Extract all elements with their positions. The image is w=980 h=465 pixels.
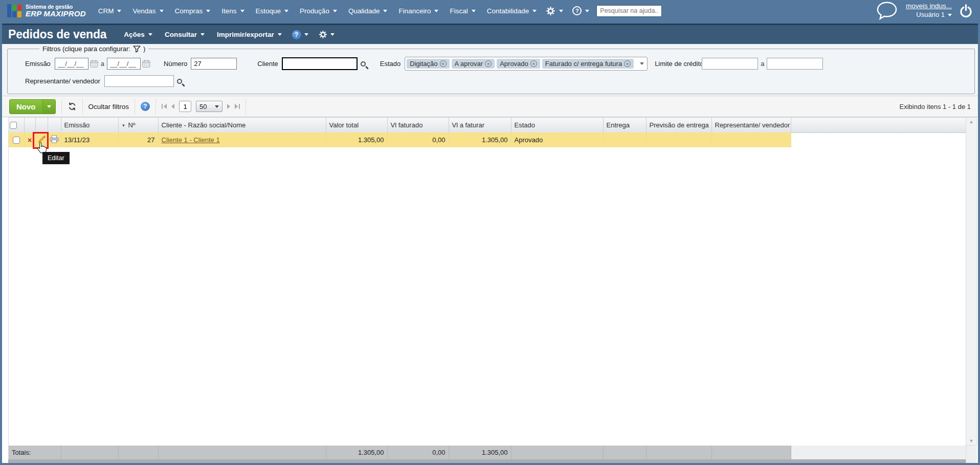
limite-from-input[interactable]	[702, 58, 758, 70]
vertical-scrollbar[interactable]: ▲ ▼	[966, 117, 977, 446]
col-previsao[interactable]: Previsão de entrega	[646, 117, 711, 132]
range-separator: a	[101, 60, 104, 68]
remove-tag-icon[interactable]: ×	[624, 60, 631, 67]
cell-entrega	[603, 132, 646, 147]
cliente-input[interactable]	[282, 57, 358, 70]
menu-consultar[interactable]: Consultar	[165, 31, 205, 38]
chevron-down-icon	[472, 10, 476, 12]
col-vl-faturado[interactable]: Vl faturado	[387, 117, 449, 132]
menu-producao[interactable]: Produção	[300, 7, 337, 15]
scroll-down-icon[interactable]: ▼	[969, 438, 974, 444]
numero-input[interactable]	[191, 58, 237, 70]
estado-tag[interactable]: A aprovar×	[452, 59, 495, 69]
search-icon[interactable]	[361, 61, 366, 67]
col-emissao[interactable]: Emissão	[61, 117, 118, 132]
last-page-button[interactable]	[235, 104, 240, 109]
calendar-icon[interactable]	[142, 60, 150, 68]
estado-tag[interactable]: Faturado c/ entrega futura×	[542, 59, 634, 69]
logout-icon[interactable]	[959, 4, 973, 18]
chat-icon[interactable]	[876, 1, 898, 20]
cliente-link[interactable]: Cliente 1 - Cliente 1	[162, 136, 220, 144]
menu-acoes[interactable]: Ações	[124, 31, 152, 38]
calendar-icon[interactable]	[90, 60, 98, 68]
menu-label: Estoque	[256, 7, 281, 15]
filters-legend[interactable]: Filtros (clique para configurar: )	[39, 45, 148, 53]
page-size-select[interactable]: 50	[196, 101, 222, 112]
estado-tag[interactable]: Digitação×	[407, 59, 449, 69]
refresh-icon[interactable]	[68, 102, 77, 111]
menu-imprimir-exportar[interactable]: Imprimir/exportar	[217, 31, 282, 38]
help-menu[interactable]: ?	[572, 6, 589, 15]
menu-estoque[interactable]: Estoque	[256, 7, 289, 15]
company-link[interactable]: moveis indus...	[906, 2, 952, 11]
page-menu: Ações Consultar Imprimir/exportar	[124, 31, 281, 38]
page-settings-menu[interactable]	[319, 30, 335, 39]
delete-icon[interactable]: ×	[28, 136, 32, 144]
first-page-button[interactable]	[162, 104, 167, 109]
page-help-menu[interactable]: ?	[292, 30, 308, 39]
col-vl-a-faturar[interactable]: Vl a faturar	[449, 117, 511, 132]
chevron-down-icon[interactable]	[640, 62, 644, 65]
menu-fiscal[interactable]: Fiscal	[450, 7, 475, 15]
user-menu[interactable]: Usuário 1	[916, 11, 952, 19]
novo-dropdown[interactable]	[42, 100, 55, 114]
chevron-down-icon	[201, 33, 205, 36]
cell-vl-faturado: 0,00	[387, 132, 449, 147]
novo-button-label: Novo	[10, 100, 42, 114]
chevron-down-icon	[333, 10, 337, 12]
help-search-input[interactable]	[596, 5, 662, 17]
filters-panel: Filtros (clique para configurar: ) Emiss…	[2, 44, 978, 96]
page-content: Pedidos de venda Ações Consultar Imprimi…	[2, 24, 978, 463]
title-bar: Pedidos de venda Ações Consultar Imprimi…	[2, 24, 978, 44]
remove-tag-icon[interactable]: ×	[530, 60, 537, 67]
menu-contabilidade[interactable]: Contabilidade	[487, 7, 537, 15]
table-row[interactable]: × 13/11/23 27 Cliente 1 - Cliente 1 1.30…	[9, 132, 791, 147]
emissao-from-input[interactable]	[55, 58, 88, 70]
filters-fieldset: Filtros (clique para configurar: ) Emiss…	[7, 45, 975, 94]
remove-tag-icon[interactable]: ×	[485, 60, 492, 67]
chevron-down-icon	[148, 33, 152, 36]
menu-label: Qualidade	[348, 7, 380, 15]
filters-row-2: Representante/ vendedor	[25, 75, 970, 87]
menu-compras[interactable]: Compras	[175, 7, 211, 15]
col-entrega[interactable]: Entrega	[603, 117, 646, 132]
grid-toolbar: Novo Ocultar filtros ? 50 Exibindo itens…	[2, 96, 978, 117]
page-title: Pedidos de venda	[8, 28, 106, 41]
row-checkbox[interactable]	[13, 137, 20, 144]
help-icon[interactable]: ?	[141, 102, 150, 111]
print-icon[interactable]	[50, 135, 59, 143]
estado-tag[interactable]: Aprovado×	[497, 59, 540, 69]
menu-qualidade[interactable]: Qualidade	[348, 7, 388, 15]
app-logo[interactable]: Sistema de gestão ERP MAXIPROD	[7, 4, 86, 18]
novo-button[interactable]: Novo	[9, 99, 56, 114]
select-all-checkbox[interactable]	[10, 122, 17, 129]
ocultar-filtros-button[interactable]: Ocultar filtros	[88, 103, 129, 110]
emissao-to-input[interactable]	[107, 58, 141, 70]
scrollbar-corner	[966, 446, 977, 463]
col-estado[interactable]: Estado	[511, 117, 603, 132]
menu-crm[interactable]: CRM	[98, 7, 122, 15]
menu-vendas[interactable]: Vendas	[132, 7, 163, 15]
scroll-up-icon[interactable]: ▲	[969, 119, 974, 124]
menu-itens[interactable]: Itens	[221, 7, 244, 15]
triangle-right-icon	[235, 104, 238, 109]
prev-page-button[interactable]	[171, 104, 174, 109]
representante-input[interactable]	[104, 75, 174, 87]
estado-multiselect[interactable]: Digitação× A aprovar× Aprovado× Faturado…	[405, 57, 648, 71]
estado-label: Estado	[380, 60, 400, 68]
col-numero[interactable]: ▼Nº	[118, 117, 158, 132]
limite-to-input[interactable]	[767, 58, 823, 70]
settings-menu[interactable]	[546, 6, 563, 16]
filter-funnel-icon	[133, 46, 141, 53]
menu-financeiro[interactable]: Financeiro	[398, 7, 438, 15]
col-representante[interactable]: Representante/ vendedor	[711, 117, 791, 132]
next-page-button[interactable]	[227, 104, 230, 109]
remove-tag-icon[interactable]: ×	[440, 60, 447, 67]
col-valor-total[interactable]: Valor total	[326, 117, 387, 132]
menu-label: Produção	[300, 7, 329, 15]
horizontal-scrollbar[interactable]	[8, 459, 966, 463]
filters-legend-close: )	[143, 45, 145, 53]
search-icon[interactable]	[177, 79, 182, 84]
col-cliente[interactable]: Cliente - Razão social/Nome	[158, 117, 326, 132]
page-number-input[interactable]	[179, 101, 191, 112]
